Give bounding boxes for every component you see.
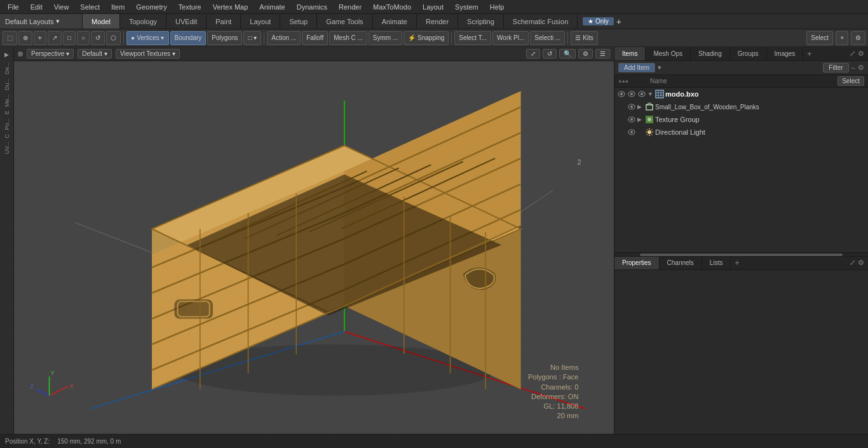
menu-dynamics[interactable]: Dynamics (292, 2, 332, 12)
btn-snapping[interactable]: ⚡ Snapping (403, 31, 449, 45)
btn-vertices[interactable]: ● Vertices ▾ (126, 31, 168, 45)
expand-modo-bxo[interactable]: ▼ (648, 91, 654, 97)
viewport[interactable]: Perspective ▾ Default ▾ Viewport Texture… (14, 47, 614, 434)
panel-expand-icon[interactable]: ⤢ (850, 50, 855, 58)
menu-vertex-map[interactable]: Vertex Map (208, 2, 254, 12)
btn-selecti[interactable]: Selecti ... (530, 31, 565, 45)
sub-settings-icon[interactable]: ⚙ (858, 259, 864, 267)
menu-edit[interactable]: Edit (25, 2, 48, 12)
layout-tab-schematic[interactable]: Schematic Fusion (504, 14, 578, 29)
star-only-button[interactable]: ★ Only (583, 17, 613, 25)
menu-select[interactable]: Select (75, 2, 105, 12)
btn-polygons[interactable]: Polygons (207, 31, 242, 45)
viewport-icon-rotate[interactable]: ↺ (543, 49, 557, 58)
menu-geometry[interactable]: Geometry (131, 2, 172, 12)
btn-mesh-mode[interactable]: □ ▾ (243, 31, 261, 45)
menu-item[interactable]: Item (106, 2, 130, 12)
menu-render[interactable]: Render (334, 2, 367, 12)
tab-mesh-ops[interactable]: Mesh Ops (646, 47, 691, 60)
view-perspective-dropdown[interactable]: Perspective ▾ (27, 49, 74, 58)
btn-kits[interactable]: ☰ Kits (571, 31, 597, 45)
sidebar-tool-1[interactable]: ▶ (1, 50, 13, 60)
menu-texture[interactable]: Texture (173, 2, 207, 12)
menu-help[interactable]: Help (485, 2, 510, 12)
add-panel-tab[interactable]: + (803, 48, 815, 60)
layout-dropdown[interactable]: Default Layouts ▾ (0, 14, 83, 29)
btn-workplane[interactable]: Work Pl... (492, 31, 529, 45)
eye-icon-modo-bxo-3[interactable] (637, 90, 646, 98)
menu-layout[interactable]: Layout (417, 2, 449, 12)
sub-expand-icon[interactable]: ⤢ (850, 259, 855, 267)
sub-tab-channels[interactable]: Channels (660, 257, 702, 269)
expand-texture-group[interactable]: ▶ (637, 116, 644, 123)
sidebar-label-uv[interactable]: UV... (3, 140, 11, 155)
btn-select-tool[interactable]: Select T... (454, 31, 491, 45)
add-layout-button[interactable]: + (616, 17, 621, 27)
sidebar-label-po[interactable]: Po... (3, 117, 11, 132)
panel-collapse-icon[interactable]: − (851, 64, 855, 72)
view-texture-dropdown[interactable]: Viewport Textures ▾ (116, 49, 180, 58)
layout-tab-uvedit[interactable]: UVEdit (166, 14, 207, 29)
sidebar-label-du[interactable]: Du... (3, 77, 11, 92)
select-header-button[interactable]: Select (837, 76, 864, 86)
layout-tab-setup[interactable]: Setup (280, 14, 317, 29)
btn-action[interactable]: Action ... (267, 31, 301, 45)
menu-system[interactable]: System (450, 2, 484, 12)
menu-maxtomodo[interactable]: MaxToModo (368, 2, 416, 12)
tool-rotate[interactable]: ↺ (91, 31, 105, 45)
sub-tab-lists[interactable]: Lists (702, 257, 731, 269)
btn-select[interactable]: Select (806, 31, 833, 45)
btn-mesh-c[interactable]: Mesh C ... (329, 31, 367, 45)
panel-gear-icon[interactable]: ⚙ (858, 64, 864, 72)
tab-images[interactable]: Images (767, 47, 804, 60)
tool-transform[interactable]: ⬚ (3, 31, 17, 45)
btn-settings[interactable]: ⚙ (851, 31, 865, 45)
eye-icon-small-box[interactable] (627, 102, 636, 111)
layout-tab-render[interactable]: Render (417, 14, 458, 29)
viewport-dot[interactable] (18, 51, 23, 57)
tree-row-small-box[interactable]: ▶ Small_Low_Box_of_Wooden_Planks (614, 100, 868, 113)
btn-add[interactable]: + (836, 31, 848, 45)
sidebar-label-me[interactable]: Me... (3, 93, 11, 108)
add-item-button[interactable]: Add Item (618, 63, 655, 72)
sub-tab-properties[interactable]: Properties (614, 257, 660, 269)
viewport-icon-move[interactable]: ⤢ (526, 49, 540, 58)
menu-animate[interactable]: Animate (254, 2, 290, 12)
tab-groups[interactable]: Groups (730, 47, 767, 60)
layout-tab-paint[interactable]: Paint (207, 14, 241, 29)
view-shader-dropdown[interactable]: Default ▾ (78, 49, 112, 58)
layout-tab-animate[interactable]: Animate (373, 14, 417, 29)
btn-boundary[interactable]: Boundary (170, 31, 207, 45)
tool-center[interactable]: ⊕ (18, 31, 32, 45)
tool-select-arrow[interactable]: ↗ (48, 31, 62, 45)
viewport-icon-zoom[interactable]: 🔍 (559, 49, 576, 58)
menu-file[interactable]: File (3, 2, 24, 12)
tab-shading[interactable]: Shading (691, 47, 730, 60)
panel-settings-icon[interactable]: ⚙ (858, 50, 864, 58)
tab-items[interactable]: Items (614, 47, 646, 60)
layout-tab-layout[interactable]: Layout (241, 14, 280, 29)
layout-tab-topology[interactable]: Topology (120, 14, 166, 29)
layout-tab-scripting[interactable]: Scripting (458, 14, 504, 29)
tree-row-texture-group[interactable]: ▶ Texture Group (614, 113, 868, 126)
layout-tab-model[interactable]: Model (83, 14, 120, 29)
menu-view[interactable]: View (49, 2, 74, 12)
eye-icon-texture-group[interactable] (627, 115, 636, 124)
eye-icon-modo-bxo-2[interactable] (627, 90, 636, 98)
sidebar-label-c[interactable]: C (3, 133, 11, 140)
btn-falloff[interactable]: Falloff (302, 31, 328, 45)
tree-row-directional-light[interactable]: Directional Light (614, 126, 868, 139)
sidebar-label-de[interactable]: De... (3, 61, 11, 76)
eye-icon-modo-bxo[interactable] (617, 90, 626, 98)
sidebar-label-e[interactable]: E (3, 109, 11, 116)
eye-icon-directional-light[interactable] (627, 128, 636, 137)
viewport-icon-settings[interactable]: ⚙ (578, 49, 593, 58)
filter-button[interactable]: Filter (823, 63, 848, 72)
layout-tab-game-tools[interactable]: Game Tools (317, 14, 373, 29)
expand-small-box[interactable]: ▶ (637, 104, 644, 110)
tool-rect[interactable]: □ (63, 31, 76, 45)
add-sub-tab[interactable]: + (731, 257, 743, 269)
tool-move[interactable]: ⌖ (34, 31, 46, 45)
tool-circle[interactable]: ○ (77, 31, 90, 45)
tree-row-modo-bxo[interactable]: ▼ modo.bxo (614, 88, 868, 100)
